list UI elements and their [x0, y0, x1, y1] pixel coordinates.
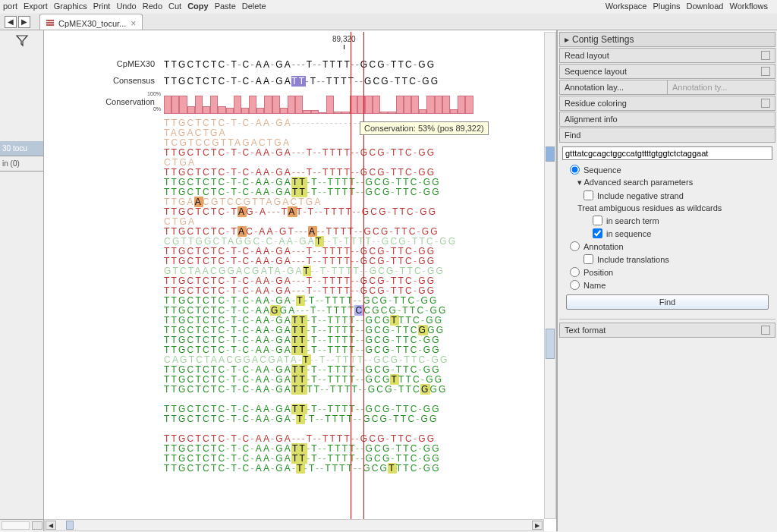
menu-cut[interactable]: Cut: [168, 2, 181, 11]
more-icon[interactable]: [761, 51, 770, 60]
scroll-right-icon[interactable]: ▶: [532, 521, 543, 530]
section-read-layout[interactable]: Read layout: [559, 48, 775, 63]
label-in-sequence: in sequence: [606, 229, 651, 238]
ruler: 89,320: [44, 35, 544, 53]
ruler-label: 89,320: [332, 35, 356, 43]
section-alignment-info[interactable]: Alignment info: [559, 112, 775, 127]
side-item-in[interactable]: in (0): [0, 156, 43, 172]
menu-port[interactable]: port: [3, 2, 17, 11]
conservation-tooltip: Conservation: 53% (pos 89,322): [360, 121, 489, 135]
svg-rect-2: [46, 24, 54, 26]
label-neg-strand: Include negative strand: [597, 191, 684, 200]
nav-fwd[interactable]: ▶: [18, 16, 30, 28]
menu-workflows[interactable]: Workflows: [729, 2, 768, 11]
scroll-left-icon[interactable]: ◀: [46, 521, 56, 530]
filter-icon[interactable]: [15, 33, 29, 47]
advanced-disclosure[interactable]: ▾ Advanced search parameters: [577, 176, 772, 189]
read-row[interactable]: TTGCTCTC-T-C-AA-GA---T--TTTT--GCG-TTC-GG: [164, 148, 544, 158]
radio-sequence[interactable]: [570, 165, 580, 175]
menu-paste[interactable]: Paste: [215, 2, 236, 11]
section-residue-coloring[interactable]: Residue coloring: [559, 96, 775, 111]
reference-label: CpMEX30: [44, 59, 159, 68]
tab-row: ◀ ▶ CpMEX30_tocur... ×: [0, 14, 777, 30]
expand-icon: ▸: [565, 34, 569, 45]
conservation-label: Conservation: [44, 97, 159, 106]
menu-print[interactable]: Print: [93, 2, 111, 11]
side-scroll-track[interactable]: [2, 521, 30, 530]
sequence-view: 89,320 CpMEX30 TTGCTCTC-T-C-AA-GA---T--T…: [44, 30, 557, 531]
label-treat-amb: Treat ambiguous residues as wildcards: [577, 202, 772, 214]
check-in-search[interactable]: [593, 216, 602, 225]
document-tab[interactable]: CpMEX30_tocur... ×: [39, 14, 143, 30]
section-text-format[interactable]: Text format: [559, 323, 775, 338]
read-row[interactable]: TTGCTCTC-T-C-AA-GA-T-T--TTTT--GCG-TTC-GG: [164, 414, 544, 424]
menu-right: WorkspacePluginsDownloadWorkflows: [606, 2, 774, 12]
close-icon[interactable]: ×: [131, 18, 136, 29]
scale-bot: 0%: [153, 106, 161, 112]
menu-undo[interactable]: Undo: [116, 2, 136, 11]
settings-panel: ▸ Contig Settings Read layout Sequence l…: [557, 30, 777, 531]
radio-annotation[interactable]: [570, 241, 580, 251]
side-scroll-btn[interactable]: [32, 521, 42, 530]
more-icon[interactable]: [761, 67, 770, 76]
read-row[interactable]: TTGCTCTC-T-C-AA-GATTTT--TTTT--GCG-TTCGGG: [164, 385, 544, 395]
label-in-search: in search term: [606, 216, 659, 225]
section-annotation[interactable]: Annotation lay... Annotation ty...: [559, 80, 775, 95]
scale-top: 100%: [147, 91, 161, 96]
menu-plugins[interactable]: Plugins: [653, 2, 680, 11]
nav-back[interactable]: ◀: [5, 16, 17, 28]
menu-left: portExportGraphicsPrintUndoRedoCutCopyPa…: [3, 2, 272, 12]
label-include-trans: Include translations: [597, 255, 669, 264]
find-button[interactable]: Find: [566, 294, 769, 310]
label-position: Position: [584, 268, 613, 277]
check-include-trans[interactable]: [584, 254, 593, 264]
menu-export[interactable]: Export: [24, 2, 48, 11]
radio-name[interactable]: [570, 280, 580, 290]
svg-rect-1: [46, 22, 54, 24]
more-icon[interactable]: [761, 99, 770, 108]
left-sidebar: 30 tocu in (0): [0, 30, 44, 531]
panel-title: Contig Settings: [572, 34, 634, 45]
reference-sequence: TTGCTCTC-T-C-AA-GA---T--TTTT--GCG-TTC-GG: [164, 59, 436, 70]
menu-copy[interactable]: Copy: [187, 2, 209, 11]
label-name: Name: [584, 281, 606, 290]
read-row[interactable]: TTGCTCTC-TAG-A---TAT-T--TTTT--GCG-TTC-GG: [164, 207, 544, 217]
section-find[interactable]: Find: [559, 127, 775, 143]
v-scrollbar[interactable]: [544, 32, 556, 519]
label-annotation: Annotation: [584, 242, 624, 251]
consensus-sequence: TTGCTCTC-T-C-AA-GATT-T--TTTT--GCG-TTC-GG: [164, 76, 439, 87]
menu-graphics[interactable]: Graphics: [54, 2, 87, 11]
label-sequence: Sequence: [584, 165, 621, 175]
radio-position[interactable]: [570, 267, 580, 277]
side-item-tocu[interactable]: 30 tocu: [0, 141, 43, 156]
section-sequence-layout[interactable]: Sequence layout: [559, 64, 775, 79]
menu-download[interactable]: Download: [687, 2, 724, 11]
read-row[interactable]: TTGCTCTC-T-C-AA-GA-T-T--TTTT--GCGTTTC-GG: [164, 464, 544, 474]
check-neg-strand[interactable]: [584, 190, 593, 200]
reads-area[interactable]: TTGCTCTC-T-C-AA-GA----------------------…: [164, 118, 544, 519]
menu-workspace[interactable]: Workspace: [606, 2, 647, 11]
menu-delete[interactable]: Delete: [242, 2, 266, 11]
menu-redo[interactable]: Redo: [143, 2, 162, 11]
conservation-bars: [164, 93, 473, 114]
h-scrollbar[interactable]: ◀ ▶: [44, 519, 544, 531]
check-in-sequence[interactable]: [593, 228, 602, 238]
svg-rect-0: [46, 20, 54, 21]
consensus-label: Consensus: [44, 76, 159, 85]
alignment-icon: [46, 20, 54, 27]
more-icon[interactable]: [761, 326, 770, 335]
tab-title: CpMEX30_tocur...: [58, 19, 126, 28]
panel-header[interactable]: ▸ Contig Settings: [559, 32, 775, 47]
find-input[interactable]: [562, 146, 772, 160]
